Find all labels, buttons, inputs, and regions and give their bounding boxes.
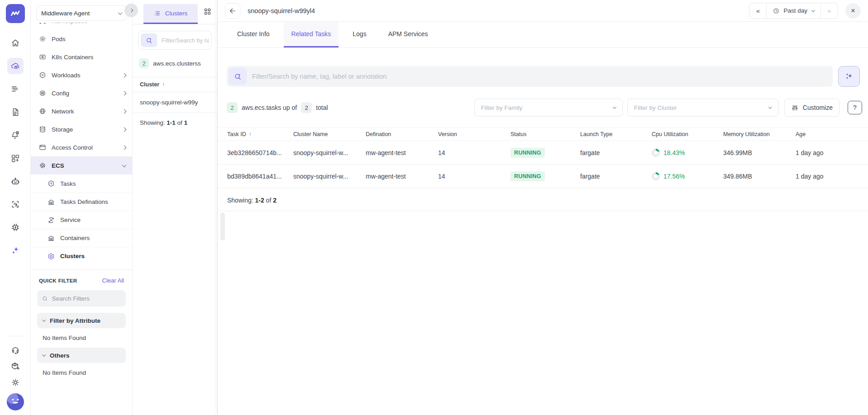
column-defination[interactable]: Defination [366, 131, 438, 137]
customize-button[interactable]: Customize [784, 99, 839, 117]
package-add-icon[interactable] [7, 358, 24, 374]
column-task-id[interactable]: Task ID ↑ [227, 131, 293, 137]
workspace-selector[interactable]: Middleware Agent [36, 5, 127, 21]
workspace-name: Middleware Agent [41, 10, 119, 17]
filter-by-attribute-group[interactable]: Filter by Attribute [37, 313, 126, 328]
app-root: Middleware Agent Namespaces Pods K8s Con… [0, 0, 868, 415]
tasks-total-label: total [316, 104, 328, 111]
dashboards-add-icon[interactable] [7, 150, 24, 166]
sidebar-item-containers[interactable]: Containers [31, 229, 132, 247]
detail-tabs: Cluster Info Related Tasks Logs APM Serv… [218, 22, 868, 48]
sidebar-item-ecs[interactable]: ECS [31, 156, 132, 174]
tab-clusters[interactable]: Clusters [143, 4, 198, 24]
sidebar-item-service[interactable]: Service [31, 211, 132, 229]
cluster-name-cell: snoopy-squirrel-w... [293, 149, 366, 156]
tasks-metric-text: aws.ecs.tasks up of [242, 104, 297, 111]
launch-type-cell: fargate [580, 149, 652, 156]
sidebar-item-storage[interactable]: Storage [31, 120, 132, 138]
service-icon [47, 216, 55, 224]
quick-filter-title: QUICK FILTER [39, 278, 77, 283]
chevron-right-icon [122, 145, 127, 150]
time-prev-button[interactable]: « [749, 3, 767, 19]
sidebar-item-k8s-containers[interactable]: K8s Containers [31, 48, 132, 66]
clusters-search-input[interactable] [162, 37, 209, 44]
clusters-list-panel: Clusters 2 aws.ecs.clusterss Cluster ↑ s… [133, 0, 218, 415]
sidebar-item-pods[interactable]: Pods [31, 30, 132, 48]
document-icon[interactable] [7, 104, 24, 120]
back-button[interactable] [225, 3, 240, 19]
support-headset-icon[interactable] [7, 342, 24, 358]
close-button[interactable]: × [845, 3, 861, 19]
clear-all-link[interactable]: Clear All [102, 277, 124, 284]
sidebar-item-config[interactable]: Config [31, 84, 132, 102]
sidebar-item-namespaces[interactable]: Namespaces [31, 23, 132, 30]
column-cpu-utilization[interactable]: Cpu Utilization [652, 131, 723, 137]
ai-sparkle-icon[interactable] [7, 242, 24, 259]
storage-icon [38, 125, 47, 133]
sidebar: Middleware Agent Namespaces Pods K8s Con… [31, 0, 133, 415]
sidebar-item-tasks[interactable]: Tasks [31, 174, 132, 193]
k8s-resources-icon[interactable] [7, 58, 24, 74]
ai-sparkles-button[interactable] [838, 66, 860, 87]
sidebar-item-clusters[interactable]: Clusters [31, 247, 132, 265]
tab-cluster-info[interactable]: Cluster Info [229, 22, 277, 47]
filter-by-cluster-select[interactable]: Filter by Cluster [627, 99, 778, 117]
home-icon[interactable] [7, 35, 24, 51]
task-row[interactable]: 3eb3286650714b... snoopy-squirrel-w... m… [218, 141, 868, 165]
column-version[interactable]: Version [438, 131, 510, 137]
column-cluster-name[interactable]: Cluster Name [293, 131, 366, 137]
task-id-cell[interactable]: bd389db8641a41... [227, 173, 293, 180]
cluster-detail-panel: snoopy-squirrel-w99yl4 « Past day » × Cl… [218, 0, 868, 415]
tab-related-tasks[interactable]: Related Tasks [284, 22, 339, 47]
collapse-panel-button[interactable] [124, 4, 138, 17]
tasks-filters: Filter by Family Filter by Cluster Custo… [474, 99, 862, 117]
alerts-bell-icon[interactable] [7, 127, 24, 143]
no-items-found-text: No Items Found [43, 369, 126, 376]
sidebar-item-workloads[interactable]: Workloads [31, 66, 132, 84]
tasks-search-box[interactable] [227, 66, 833, 87]
column-launch-type[interactable]: Launch Type [580, 131, 652, 137]
others-group[interactable]: Others [37, 348, 126, 363]
clusters-count-row: 2 aws.ecs.clusterss [133, 50, 217, 77]
settings-gear-icon[interactable] [7, 374, 24, 391]
cluster-column-header[interactable]: Cluster ↑ [133, 77, 217, 92]
chevron-down-icon [811, 8, 815, 12]
status-badge: RUNNING [510, 148, 545, 158]
chevron-down-icon [42, 353, 46, 356]
infrastructure-chip-icon[interactable] [7, 219, 24, 236]
column-status[interactable]: Status [510, 131, 580, 137]
time-range-selector[interactable]: Past day [767, 3, 820, 19]
vertical-scrollbar-thumb[interactable] [220, 212, 225, 241]
task-row[interactable]: bd389db8641a41... snoopy-squirrel-w... m… [218, 165, 868, 188]
chevron-down-icon [118, 10, 123, 15]
sort-ascending-icon: ↑ [249, 131, 252, 137]
filter-by-family-select[interactable]: Filter by Family [474, 99, 623, 117]
tasks-meta-row: 2 aws.ecs.tasks up of 2 total Filter by … [227, 99, 862, 117]
filter-search-box[interactable] [37, 290, 126, 307]
time-next-button[interactable]: » [820, 3, 838, 19]
cluster-row[interactable]: snoopy-squirrel-w99y [133, 92, 217, 113]
clusters-search-box[interactable] [138, 31, 212, 50]
sidebar-item-access-control[interactable]: Access Control [31, 138, 132, 156]
sidebar-item-network[interactable]: Network [31, 102, 132, 120]
logs-list-icon[interactable] [7, 81, 24, 97]
column-memory-utilization[interactable]: Memory Utilization [723, 131, 796, 137]
tasks-table-header: Task ID ↑ Cluster Name Defination Versio… [218, 127, 868, 141]
chevron-left-icon [129, 9, 133, 12]
tasks-search-input[interactable] [252, 73, 831, 80]
tab-apm-services[interactable]: APM Services [381, 22, 436, 47]
middleware-logo[interactable] [6, 4, 25, 23]
help-button[interactable]: ? [848, 101, 862, 114]
user-scan-icon[interactable] [7, 196, 24, 212]
user-avatar[interactable] [7, 393, 24, 410]
list-panel-tabbar: Clusters [133, 0, 217, 24]
task-id-cell[interactable]: 3eb3286650714b... [227, 149, 293, 156]
assistant-bot-icon[interactable] [7, 173, 24, 189]
grid-view-icon[interactable] [203, 7, 212, 17]
column-age[interactable]: Age [796, 131, 868, 137]
tasks-count-badge: 2 [227, 102, 238, 113]
search-filters-input[interactable] [52, 295, 121, 302]
sidebar-item-tasks-definations[interactable]: Tasks Definations [31, 193, 132, 211]
tab-logs[interactable]: Logs [345, 22, 374, 47]
tasks-search-row [227, 66, 860, 87]
